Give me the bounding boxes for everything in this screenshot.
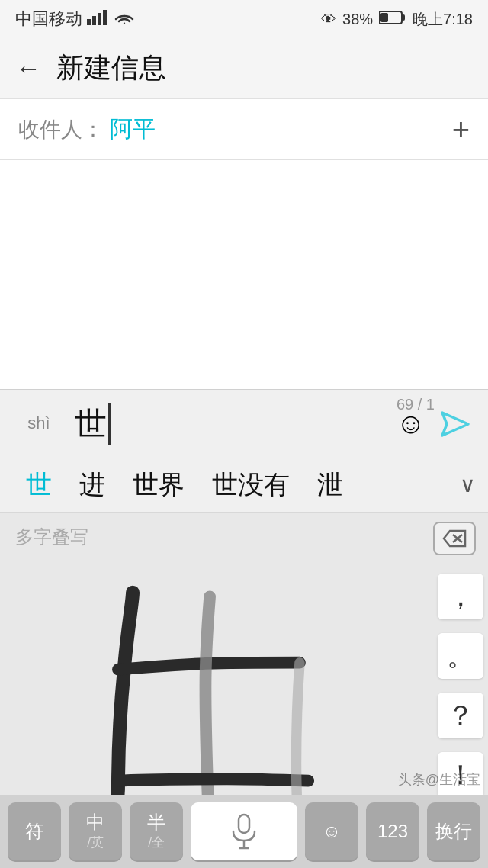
key-symbol[interactable]: 符 [8, 802, 61, 860]
key-half-label: 半 [147, 812, 165, 834]
suggestions-more-button[interactable]: ∨ [460, 472, 476, 497]
eye-icon: 👁 [321, 11, 336, 28]
svg-marker-7 [442, 413, 468, 436]
svg-rect-10 [239, 815, 249, 833]
key-cn-en[interactable]: 中 /英 [69, 802, 122, 860]
wifi-icon [114, 8, 134, 30]
status-bar: 中国移动 👁 38% [0, 0, 488, 38]
suggestion-1[interactable]: 进 [66, 458, 119, 512]
svg-rect-3 [103, 10, 107, 25]
send-button[interactable] [435, 403, 476, 445]
key-en-label: /英 [87, 835, 104, 850]
key-cn-label: 中 [86, 812, 104, 834]
punct-sidebar: ， 。 ？ ！ [433, 566, 488, 798]
header: ← 新建信息 [0, 38, 488, 99]
battery-icon [379, 10, 406, 29]
message-area[interactable] [0, 160, 488, 389]
svg-rect-6 [380, 13, 388, 22]
recipient-row: 收件人： 阿平 + [0, 99, 488, 160]
punct-period[interactable]: 。 [438, 633, 483, 679]
key-full-label: /全 [148, 835, 165, 850]
punct-question[interactable]: ？ [438, 693, 483, 738]
suggestion-0[interactable]: 世 [12, 458, 66, 512]
carrier-label: 中国移动 [15, 8, 82, 31]
keyboard-bottom: 符 中 /英 半 /全 ☺ 123 换行 [0, 795, 488, 868]
back-button[interactable]: ← [15, 53, 41, 83]
suggestion-3[interactable]: 世没有 [198, 458, 303, 512]
mic-icon [229, 813, 259, 850]
signal-strength [87, 8, 110, 30]
watermark: 头条@生活宝 [398, 770, 480, 789]
key-symbol-label: 符 [25, 821, 43, 843]
recipient-label: 收件人： [18, 115, 104, 144]
char-count: 69 / 1 [396, 396, 435, 413]
key-space-mic[interactable] [191, 802, 297, 860]
svg-rect-0 [87, 19, 91, 25]
keyboard-top-bar: shì 世 69 / 1 ☺ [0, 389, 488, 458]
svg-rect-2 [98, 13, 101, 25]
key-emoji-label: ☺ [323, 821, 342, 843]
key-123[interactable]: 123 [366, 802, 419, 860]
punct-comma[interactable]: ， [438, 574, 483, 619]
key-half-full[interactable]: 半 /全 [130, 802, 183, 860]
battery-percent: 38% [342, 11, 373, 28]
key-emoji[interactable]: ☺ [305, 802, 358, 860]
add-recipient-button[interactable]: + [452, 114, 470, 145]
recipient-name[interactable]: 阿平 [110, 114, 452, 145]
svg-rect-1 [92, 16, 96, 25]
pinyin-text: shì [12, 413, 66, 433]
status-left: 中国移动 [15, 8, 134, 31]
input-char: 世 [75, 403, 111, 445]
text-input-display[interactable]: 世 [66, 403, 396, 445]
pinyin-label: shì [12, 413, 66, 433]
key-enter[interactable]: 换行 [427, 802, 480, 860]
suggestion-4[interactable]: 泄 [303, 458, 357, 512]
svg-rect-5 [402, 14, 405, 21]
key-123-label: 123 [377, 821, 408, 843]
key-enter-label: 换行 [435, 821, 472, 843]
page-title: 新建信息 [56, 50, 166, 87]
time-label: 晚上7:18 [413, 9, 473, 30]
suggestions-row: 世 进 世界 世没有 泄 ∨ [0, 458, 488, 513]
status-right: 👁 38% 晚上7:18 [321, 9, 473, 30]
suggestion-2[interactable]: 世界 [119, 458, 198, 512]
